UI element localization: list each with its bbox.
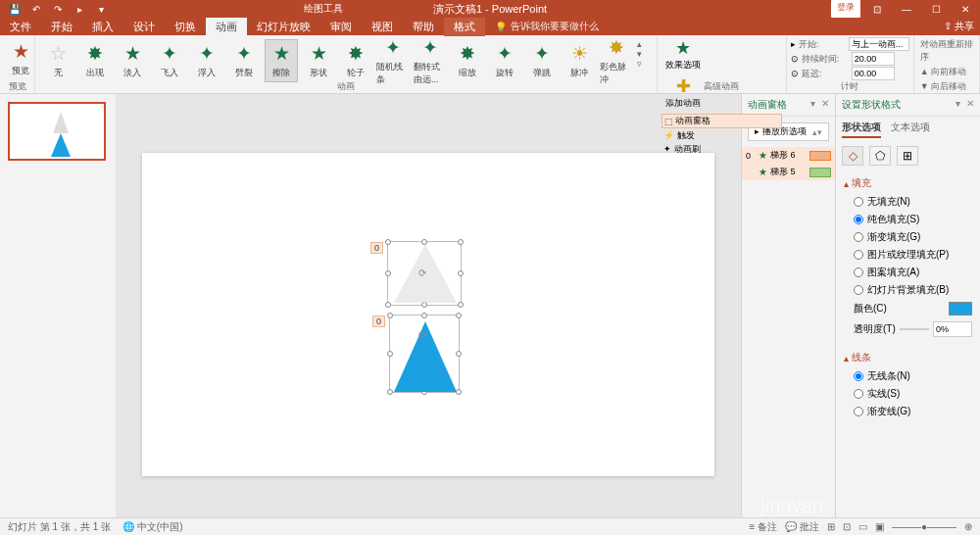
anim-wipe[interactable]: ★擦除 xyxy=(265,39,298,82)
menu-review[interactable]: 审阅 xyxy=(320,18,362,36)
start-icon[interactable]: ▸ xyxy=(73,2,86,16)
pane-dropdown-icon[interactable]: ▾ xyxy=(810,98,815,112)
menu-view[interactable]: 视图 xyxy=(362,18,403,36)
move-backward-button[interactable]: ▼ 向后移动 xyxy=(918,79,975,94)
qat-more-icon[interactable]: ▾ xyxy=(94,2,108,16)
fill-none[interactable]: 无填充(N) xyxy=(844,193,972,211)
notes-button[interactable]: ≡ 备注 xyxy=(750,520,778,534)
minimize-icon[interactable]: — xyxy=(892,0,921,18)
anim-wheel[interactable]: ✸轮子 xyxy=(339,39,372,82)
zoom-slider[interactable]: ———●——— xyxy=(892,521,956,532)
pane-title: 设置形状格式 xyxy=(842,98,901,112)
tab-text-options[interactable]: 文本选项 xyxy=(891,121,930,138)
pane-close-icon[interactable]: ✕ xyxy=(821,98,829,112)
size-icon[interactable]: ⊞ xyxy=(897,146,918,166)
star-icon: ☆ xyxy=(50,42,67,65)
pane-dropdown-icon[interactable]: ▾ xyxy=(956,98,960,112)
star-icon: ✦ xyxy=(162,42,177,65)
animation-gallery[interactable]: ☆无 ✸出现 ★淡入 ✦飞入 ✦浮入 ✦劈裂 ★擦除 ★形状 ✸轮子 ✦随机线条… xyxy=(39,37,653,84)
menu-animation[interactable]: 动画 xyxy=(206,18,247,36)
save-icon[interactable]: 💾 xyxy=(8,2,22,16)
anim-flip[interactable]: ✦翻转式由远... xyxy=(414,39,447,82)
effects-icon[interactable]: ⬠ xyxy=(869,146,891,166)
menu-insert[interactable]: 插入 xyxy=(82,18,123,36)
delay-input[interactable] xyxy=(852,67,895,80)
fill-slidebg[interactable]: 幻灯片背景填充(B) xyxy=(844,281,972,299)
fill-solid[interactable]: 纯色填充(S) xyxy=(844,211,972,228)
fill-section[interactable]: ▴ 填充 xyxy=(844,173,972,193)
comments-button[interactable]: 💬 批注 xyxy=(785,520,819,534)
fill-pattern[interactable]: 图案填充(A) xyxy=(844,264,972,281)
slide-thumbnail-panel[interactable] xyxy=(0,94,116,535)
anim-fade[interactable]: ★淡入 xyxy=(116,39,149,82)
anim-pulse[interactable]: ☀脉冲 xyxy=(563,39,596,82)
star-icon: ✸ xyxy=(609,36,624,59)
line-none[interactable]: 无线条(N) xyxy=(844,367,972,385)
slide-thumbnail-1[interactable] xyxy=(8,102,106,161)
anim-tag[interactable]: 0 xyxy=(372,316,385,327)
anim-colorpulse[interactable]: ✸彩色脉冲 xyxy=(600,39,633,82)
redo-icon[interactable]: ↷ xyxy=(51,2,65,16)
login-button[interactable]: 登录 xyxy=(831,0,860,18)
menu-file[interactable]: 文件 xyxy=(0,18,41,36)
anim-rotate[interactable]: ✦旋转 xyxy=(488,39,521,82)
anim-bounce[interactable]: ✦弹跳 xyxy=(525,39,559,82)
pane-close-icon[interactable]: ✕ xyxy=(966,98,974,112)
line-solid[interactable]: 实线(S) xyxy=(844,385,972,403)
fill-picture[interactable]: 图片或纹理填充(P) xyxy=(844,246,972,264)
rotate-icon[interactable]: ⟳ xyxy=(418,329,426,340)
fill-gradient[interactable]: 渐变填充(G) xyxy=(844,228,972,246)
line-section[interactable]: ▴ 线条 xyxy=(844,348,972,367)
trigger-button[interactable]: ⚡ 触发 xyxy=(662,129,782,142)
view-reading-icon[interactable]: ▭ xyxy=(858,521,867,532)
menu-help[interactable]: 帮助 xyxy=(403,18,444,36)
shape-trapezoid-6[interactable]: 0 ⟳ xyxy=(387,241,462,306)
share-button[interactable]: ⇪ 共享 xyxy=(938,20,980,33)
tab-shape-options[interactable]: 形状选项 xyxy=(842,121,881,138)
undo-icon[interactable]: ↶ xyxy=(29,2,43,16)
effect-options-button[interactable]: ★效果选项 xyxy=(662,37,705,72)
anim-flyin[interactable]: ✦飞入 xyxy=(153,39,186,82)
preview-button[interactable]: ★ 预览 xyxy=(4,37,37,80)
close-icon[interactable]: ✕ xyxy=(951,0,980,18)
gallery-more-button[interactable]: ▴▾▿ xyxy=(637,39,651,69)
fill-line-icon[interactable]: ◇ xyxy=(842,146,863,166)
view-sorter-icon[interactable]: ⊡ xyxy=(843,521,851,532)
line-gradient[interactable]: 渐变线(G) xyxy=(844,403,972,420)
maximize-icon[interactable]: ☐ xyxy=(921,0,951,18)
animation-pane-button[interactable]: ⬚ 动画窗格 xyxy=(662,114,782,128)
star-icon: ✦ xyxy=(497,42,513,65)
anim-zoom[interactable]: ✸缩放 xyxy=(451,39,484,82)
anim-list-item-2[interactable]: ★ 梯形 5 xyxy=(742,164,835,180)
transparency-input[interactable] xyxy=(933,321,972,337)
transparency-slider[interactable] xyxy=(900,328,929,330)
menu-format[interactable]: 格式 xyxy=(444,18,485,36)
menu-home[interactable]: 开始 xyxy=(41,18,82,36)
duration-input[interactable] xyxy=(852,52,895,66)
anim-float[interactable]: ✦浮入 xyxy=(190,39,223,82)
slide-1[interactable]: 0 ⟳ 0 ⟳ xyxy=(142,153,714,476)
lang-indicator[interactable]: 🌐 中文(中国) xyxy=(122,520,182,534)
anim-random[interactable]: ✦随机线条 xyxy=(376,39,410,82)
anim-shape[interactable]: ★形状 xyxy=(302,39,335,82)
menu-design[interactable]: 设计 xyxy=(123,18,165,36)
animation-pane: 动画窗格 ▾✕ ▸ 播放所选项 ▴▾ 0 ★ 梯形 6 ★ 梯形 5 xyxy=(741,94,835,535)
tell-me-input[interactable]: 💡告诉我你要要做什么 xyxy=(495,20,599,33)
slide-canvas[interactable]: 0 ⟳ 0 ⟳ xyxy=(116,94,741,535)
view-normal-icon[interactable]: ⊞ xyxy=(827,521,835,532)
ribbon-options-icon[interactable]: ⊡ xyxy=(862,0,892,18)
move-forward-button[interactable]: ▲ 向前移动 xyxy=(918,65,975,79)
anim-appear[interactable]: ✸出现 xyxy=(78,39,112,82)
anim-none[interactable]: ☆无 xyxy=(41,39,74,82)
anim-split[interactable]: ✦劈裂 xyxy=(227,39,261,82)
color-picker[interactable] xyxy=(949,302,972,316)
fit-icon[interactable]: ⊕ xyxy=(964,521,972,532)
menu-slideshow[interactable]: 幻灯片放映 xyxy=(247,18,320,36)
shape-trapezoid-5[interactable]: 0 ⟳ xyxy=(389,315,460,393)
anim-tag[interactable]: 0 xyxy=(370,242,383,254)
format-shape-pane: 设置形状格式 ▾✕ 形状选项 文本选项 ◇ ⬠ ⊞ ▴ 填充 无填充(N) 纯色… xyxy=(835,94,980,535)
view-slideshow-icon[interactable]: ▣ xyxy=(875,521,884,532)
start-select[interactable] xyxy=(849,37,909,51)
menu-transition[interactable]: 切换 xyxy=(165,18,206,36)
rotate-icon[interactable]: ⟳ xyxy=(418,268,426,278)
